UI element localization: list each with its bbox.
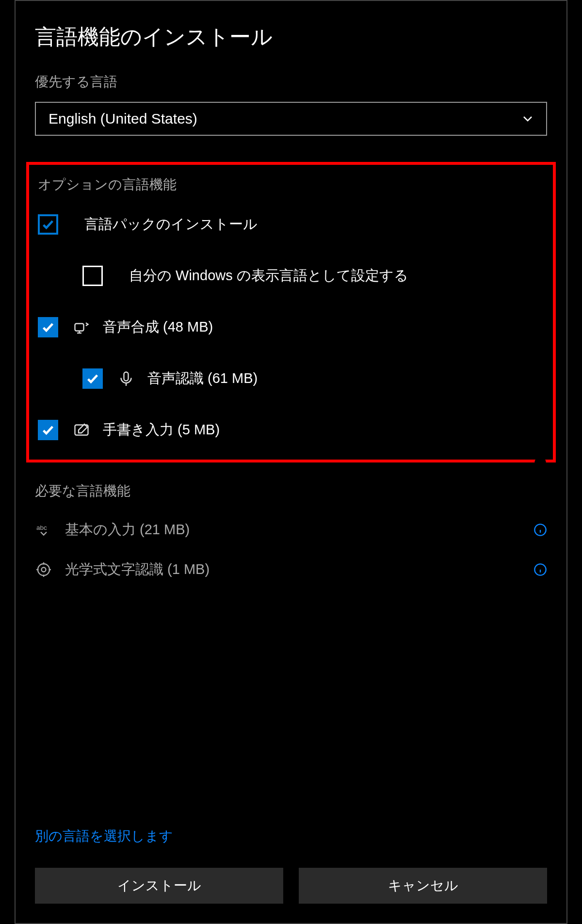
chevron-down-icon	[522, 113, 534, 125]
cancel-button[interactable]: キャンセル	[299, 868, 547, 904]
abc-icon: abc	[35, 521, 52, 539]
preferred-language-value: English (United States)	[48, 111, 197, 127]
option-label: 音声合成 (48 MB)	[103, 318, 544, 337]
svg-rect-0	[75, 324, 84, 331]
checkbox-speech-recognition[interactable]	[82, 368, 103, 389]
required-ocr: 光学式文字認識 (1 MB)	[35, 558, 547, 581]
preferred-language-label: 優先する言語	[35, 73, 547, 91]
optional-features-highlight: オプションの言語機能 言語パックのインストール 自分の Windows の表示言…	[26, 162, 556, 462]
mic-icon	[117, 370, 135, 387]
info-icon[interactable]	[534, 402, 547, 416]
dialog-title: 言語機能のインストール	[35, 23, 547, 51]
select-another-language-link[interactable]: 別の言語を選択します	[35, 827, 173, 845]
dialog-button-bar: インストール キャンセル	[35, 868, 547, 904]
svg-point-23	[42, 568, 46, 572]
info-icon[interactable]	[534, 563, 547, 576]
option-handwriting: 手書き入力 (5 MB)	[38, 418, 544, 442]
option-set-display-language: 自分の Windows の表示言語として設定する	[38, 264, 544, 288]
required-label: 光学式文字認識 (1 MB)	[65, 560, 547, 579]
option-text-to-speech: 音声合成 (48 MB)	[38, 315, 544, 339]
preferred-language-dropdown[interactable]: English (United States)	[35, 102, 547, 136]
required-basic-typing: abc 基本の入力 (21 MB)	[35, 519, 547, 541]
info-icon[interactable]	[534, 351, 547, 365]
install-button[interactable]: インストール	[35, 868, 283, 904]
checkbox-set-display-language[interactable]	[82, 266, 103, 286]
info-icon[interactable]	[534, 523, 547, 537]
option-label: 自分の Windows の表示言語として設定する	[129, 266, 544, 286]
option-label: 音声認識 (61 MB)	[147, 369, 544, 388]
ocr-icon	[35, 561, 52, 578]
optional-features-title: オプションの言語機能	[38, 175, 544, 194]
info-icon[interactable]	[534, 295, 547, 308]
dialog-content: 言語機能のインストール 優先する言語 English (United State…	[16, 23, 566, 581]
required-features-section: 必要な言語機能 abc 基本の入力 (21 MB) 光学式文字認識 (1 MB)	[35, 482, 547, 581]
pen-icon	[73, 421, 90, 439]
checkbox-language-pack[interactable]	[38, 214, 58, 235]
svg-point-22	[38, 564, 49, 575]
svg-rect-1	[124, 372, 129, 381]
svg-text:abc: abc	[36, 524, 47, 531]
option-speech-recognition: 音声認識 (61 MB)	[38, 366, 544, 391]
option-label: 手書き入力 (5 MB)	[103, 420, 544, 440]
option-label: 言語パックのインストール	[84, 215, 544, 234]
tts-icon	[73, 319, 90, 336]
install-language-features-dialog: 言語機能のインストール 優先する言語 English (United State…	[15, 0, 567, 924]
checkbox-text-to-speech[interactable]	[38, 317, 58, 337]
required-label: 基本の入力 (21 MB)	[65, 520, 547, 540]
checkbox-handwriting[interactable]	[38, 420, 58, 440]
info-icon[interactable]	[534, 243, 547, 257]
option-language-pack: 言語パックのインストール	[38, 212, 544, 237]
required-features-title: 必要な言語機能	[35, 482, 547, 500]
info-icon[interactable]	[534, 456, 547, 469]
